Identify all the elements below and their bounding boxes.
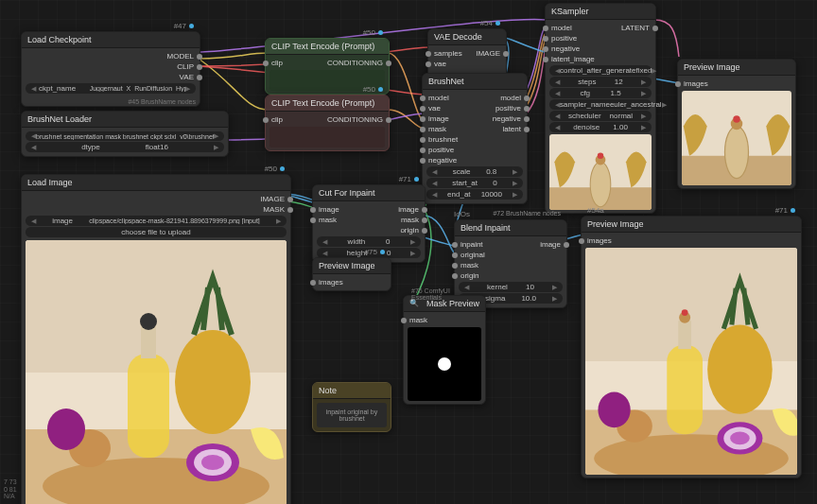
port-positive[interactable]: positive [426,145,523,155]
svg-rect-29 [678,321,691,349]
port-negative[interactable]: negative [426,155,523,165]
node-preview-cut[interactable]: #75 Preview Image images [312,257,391,291]
port-inpaint[interactable]: inpaintimage [459,239,563,250]
brushnet-dtype-widget[interactable]: ◀ dtype float16 ▶ [26,142,224,152]
note-text: inpaint original by brushnet [317,403,387,427]
port-latent[interactable]: latent_image [549,54,652,64]
node-ksampler[interactable]: KSampler modelLATENT positive negative l… [545,3,656,214]
svg-rect-28 [667,345,703,434]
start-widget[interactable]: ◀start_at0▶ [426,178,523,188]
node-title[interactable]: CLIP Text Encode (Prompt) [266,39,389,55]
ksampler-preview-thumb [549,134,652,210]
port-clip[interactable]: clipCONDITIONING [269,114,385,125]
port-mask[interactable]: mask [459,260,563,270]
svg-point-9 [733,115,740,123]
port-images[interactable]: images [682,78,791,89]
node-load-image[interactable]: #50 Load Image IMAGE MASK ◀ image clipsp… [21,174,291,504]
node-title[interactable]: Preview Image [582,217,801,233]
node-brushnet[interactable]: BrushNet modelmodel vaepositive imageneg… [422,73,528,204]
port-image[interactable]: imagenegative [426,113,523,124]
prompt-textbox[interactable] [269,127,385,148]
ks-row-3[interactable]: ◀sampler_nameeuler_ancestral▶ [549,99,652,110]
node-title[interactable]: VAE Decode [428,29,506,45]
port-model[interactable]: modelLATENT [549,23,652,33]
svg-point-2 [590,162,611,207]
canvas-info: 7 73 0 81 N/A [4,478,17,500]
node-title[interactable]: Cut For Inpaint [313,185,425,201]
node-footer: #45 BrushName nodes [22,97,200,106]
node-title[interactable]: Preview Image [678,60,795,76]
svg-point-4 [598,152,603,158]
svg-rect-15 [128,354,169,458]
node-note[interactable]: Note inpaint original by brushnet [312,382,391,432]
port-original[interactable]: original [459,250,563,260]
ks-row-4[interactable]: ◀schedulernormal▶ [549,111,652,121]
svg-point-36 [730,432,750,445]
ckpt-name-widget[interactable]: ◀ ckpt_name Juggernaut_X_RunDiffusion_Hy… [26,83,196,94]
output-image[interactable]: IMAGE [26,194,287,204]
scale-widget[interactable]: ◀scale0.8▶ [426,166,523,177]
output-model[interactable]: MODEL [26,51,196,61]
node-mask-preview[interactable]: #76 ComfyUI Essentials 🔍 Mask Preview ma… [403,295,486,405]
port-mask[interactable]: masklatent [426,124,523,134]
node-brushnet-loader[interactable]: BrushNet Loader ◀ brushnet segmentation … [21,111,229,157]
ks-row-5[interactable]: ◀denoise1.00▶ [549,122,652,132]
port-samples[interactable]: samplesIMAGE [432,48,502,59]
port-image[interactable]: imageimage [317,204,421,215]
mask-preview-image [408,327,481,401]
ks-row-2[interactable]: ◀cfg1.5▶ [549,88,652,98]
node-clip-encode-negative[interactable]: #50 CLIP Text Encode (Prompt) clipCONDIT… [265,95,390,151]
image-path-widget[interactable]: ◀ image clipspace/clipspace-mask-821941.… [26,216,287,226]
brushnet-file-widget[interactable]: ◀ brushnet segmentation mask brushnet ck… [26,131,224,141]
ks-row-0[interactable]: ◀control_after_generatefixed▶ [549,65,652,76]
preview-large-thumb [585,248,797,475]
svg-point-31 [682,309,688,316]
load-image-preview [26,240,287,504]
node-title[interactable]: Load Image [22,175,290,191]
port-negative[interactable]: negative [549,43,652,54]
port-brushnet[interactable]: brushnet [426,134,523,145]
node-title[interactable]: KSampler [546,4,655,20]
node-load-checkpoint[interactable]: #47 Load Checkpoint MODEL CLIP VAE ◀ ckp… [21,31,200,107]
node-title[interactable]: BrushNet [423,74,527,90]
node-sub: #76 ComfyUI Essentials [408,287,485,302]
output-mask[interactable]: MASK [26,204,287,215]
svg-point-14 [175,330,251,434]
node-preview-large[interactable]: #71 #54a Preview Image images [581,216,802,478]
output-clip[interactable]: CLIP [26,61,196,72]
port-vae[interactable]: vaepositive [426,103,523,113]
svg-rect-16 [141,325,156,358]
node-title[interactable]: Preview Image [313,258,391,274]
port-mask[interactable]: maskmask [317,215,421,225]
svg-point-17 [140,313,157,330]
port-images[interactable]: images [585,235,797,246]
node-title[interactable]: Blend Inpaint [455,220,566,236]
node-title[interactable]: Note [313,383,391,399]
port-origin[interactable]: origin [317,225,421,235]
floating-label: IdOs [454,210,470,218]
preview-thumb [682,91,791,185]
node-sub: #54a [587,206,604,215]
node-preview-small[interactable]: Preview Image images [677,59,796,189]
node-title[interactable]: Load Checkpoint [22,32,200,48]
end-widget[interactable]: ◀end_at10000▶ [426,189,523,200]
node-title[interactable]: BrushNet Loader [22,112,228,128]
svg-point-27 [707,324,773,413]
port-clip[interactable]: clipCONDITIONING [269,58,385,68]
port-vae[interactable]: vae [432,59,502,69]
width-widget[interactable]: ◀width0▶ [317,236,421,247]
port-origin[interactable]: origin [459,270,563,281]
svg-point-19 [47,408,85,450]
ks-row-1[interactable]: ◀steps12▶ [549,77,652,87]
port-model[interactable]: modelmodel [426,93,523,103]
output-vae[interactable]: VAE [26,72,196,82]
port-images[interactable]: images [317,277,387,287]
svg-point-22 [201,455,224,470]
port-mask[interactable]: mask [408,315,481,325]
upload-button[interactable]: choose file to upload [26,227,287,237]
port-positive[interactable]: positive [549,33,652,43]
svg-point-33 [598,392,630,428]
svg-point-7 [725,127,749,179]
node-title[interactable]: CLIP Text Encode (Prompt) [266,96,389,112]
